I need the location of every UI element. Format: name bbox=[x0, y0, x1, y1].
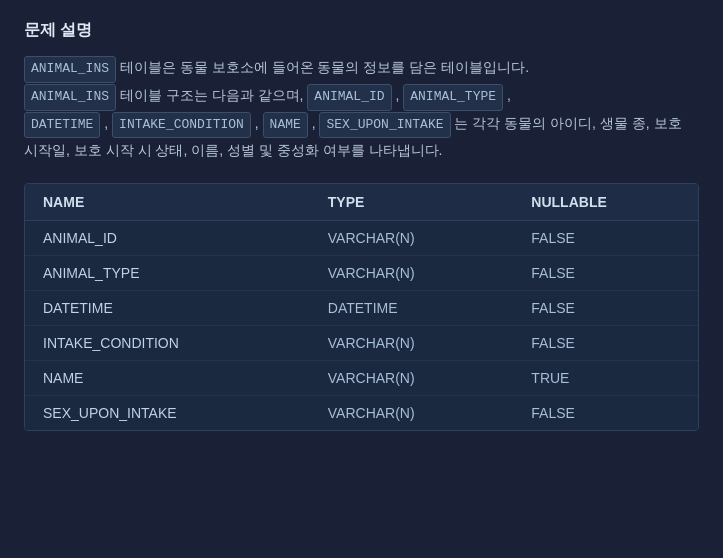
cell-nullable-3: FALSE bbox=[513, 325, 698, 360]
cell-type-5: VARCHAR(N) bbox=[310, 395, 514, 430]
table-row: SEX_UPON_INTAKEVARCHAR(N)FALSE bbox=[25, 395, 698, 430]
tag-sex-upon-intake: SEX_UPON_INTAKE bbox=[319, 112, 450, 139]
schema-table: NAME TYPE NULLABLE ANIMAL_IDVARCHAR(N)FA… bbox=[25, 184, 698, 430]
desc-sep-3: , bbox=[104, 115, 112, 131]
table-row: NAMEVARCHAR(N)TRUE bbox=[25, 360, 698, 395]
tag-datetime: DATETIME bbox=[24, 112, 100, 139]
tag-animal-ins-2: ANIMAL_INS bbox=[24, 84, 116, 111]
tag-name: NAME bbox=[263, 112, 308, 139]
table-row: ANIMAL_TYPEVARCHAR(N)FALSE bbox=[25, 255, 698, 290]
table-row: INTAKE_CONDITIONVARCHAR(N)FALSE bbox=[25, 325, 698, 360]
cell-name-2: DATETIME bbox=[25, 290, 310, 325]
tag-animal-type: ANIMAL_TYPE bbox=[403, 84, 503, 111]
col-header-name: NAME bbox=[25, 184, 310, 221]
desc-sep-4: , bbox=[255, 115, 263, 131]
cell-type-0: VARCHAR(N) bbox=[310, 220, 514, 255]
tag-animal-ins-1: ANIMAL_INS bbox=[24, 56, 116, 83]
tag-animal-id: ANIMAL_ID bbox=[307, 84, 391, 111]
col-header-nullable: NULLABLE bbox=[513, 184, 698, 221]
cell-nullable-2: FALSE bbox=[513, 290, 698, 325]
cell-name-1: ANIMAL_TYPE bbox=[25, 255, 310, 290]
desc-text-2: 테이블 구조는 다음과 같으며, bbox=[120, 87, 307, 103]
cell-type-3: VARCHAR(N) bbox=[310, 325, 514, 360]
cell-name-5: SEX_UPON_INTAKE bbox=[25, 395, 310, 430]
table-wrapper: NAME TYPE NULLABLE ANIMAL_IDVARCHAR(N)FA… bbox=[24, 183, 699, 431]
cell-name-3: INTAKE_CONDITION bbox=[25, 325, 310, 360]
section-title: 문제 설명 bbox=[24, 20, 699, 41]
col-header-type: TYPE bbox=[310, 184, 514, 221]
table-row: ANIMAL_IDVARCHAR(N)FALSE bbox=[25, 220, 698, 255]
table-header-row: NAME TYPE NULLABLE bbox=[25, 184, 698, 221]
desc-sep-5: , bbox=[312, 115, 320, 131]
desc-text-1: 테이블은 동물 보호소에 들어온 동물의 정보를 담은 테이블입니다. bbox=[120, 59, 529, 75]
cell-type-4: VARCHAR(N) bbox=[310, 360, 514, 395]
cell-nullable-5: FALSE bbox=[513, 395, 698, 430]
cell-nullable-0: FALSE bbox=[513, 220, 698, 255]
desc-sep-1: , bbox=[395, 87, 403, 103]
cell-type-1: VARCHAR(N) bbox=[310, 255, 514, 290]
cell-nullable-1: FALSE bbox=[513, 255, 698, 290]
tag-intake-condition: INTAKE_CONDITION bbox=[112, 112, 251, 139]
description: ANIMAL_INS 테이블은 동물 보호소에 들어온 동물의 정보를 담은 테… bbox=[24, 55, 699, 163]
cell-nullable-4: TRUE bbox=[513, 360, 698, 395]
desc-sep-2: , bbox=[507, 87, 511, 103]
cell-name-4: NAME bbox=[25, 360, 310, 395]
table-row: DATETIMEDATETIMEFALSE bbox=[25, 290, 698, 325]
cell-name-0: ANIMAL_ID bbox=[25, 220, 310, 255]
cell-type-2: DATETIME bbox=[310, 290, 514, 325]
